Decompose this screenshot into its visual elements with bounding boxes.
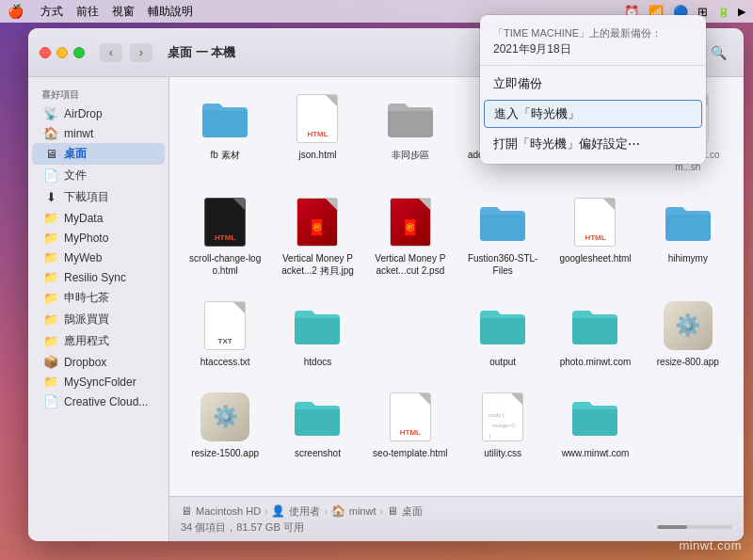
file-item-www[interactable]: www.minwt.com <box>551 387 639 463</box>
sidebar-item-myphoto[interactable]: 📁 MyPhoto <box>32 228 165 248</box>
file-item-htdocs[interactable]: htdocs <box>273 296 361 372</box>
file-item-screenshot[interactable]: screenshot <box>273 387 361 463</box>
menu-item-goto[interactable]: 前往 <box>76 4 99 20</box>
search-button[interactable]: 🔍 <box>705 43 732 62</box>
sidebar-item-minwt[interactable]: 🏠 minwt <box>32 123 165 143</box>
vertical2-img-icon: 🧧 <box>384 196 437 248</box>
watermark: minwt.com <box>679 538 742 552</box>
sidebar-item-myweb[interactable]: 📁 MyWeb <box>32 248 165 267</box>
file-item-vertical1[interactable]: 🧧 Vertical Money Packet...2 拷貝.jpg <box>273 192 361 280</box>
folder-icon: 📁 <box>43 211 58 225</box>
photo-minwt2-label: photo.minwt.com <box>560 356 632 368</box>
sidebar-label-documents: 文件 <box>64 168 87 184</box>
menu-item-help[interactable]: 輔助說明 <box>148 4 193 20</box>
menu-item-way[interactable]: 方式 <box>40 4 63 20</box>
close-button[interactable] <box>40 47 51 58</box>
desktop-icon-bc: 🖥 <box>387 504 398 518</box>
statusbar-info: 34 個項目，81.57 GB 可用 <box>181 520 732 535</box>
file-item-output[interactable]: output <box>458 296 547 372</box>
sidebar-item-dropbox[interactable]: 📦 Dropbox <box>32 352 165 372</box>
file-item-hihimymy[interactable]: hihimymy <box>644 192 732 280</box>
sidebar-item-downloads[interactable]: ⬇ 下載項目 <box>32 186 165 208</box>
file-item-json[interactable]: HTML json.html <box>273 88 361 177</box>
file-item-fustion[interactable]: Fustion360-STL-Files <box>458 192 547 280</box>
breadcrumb: 🖥 Macintosh HD › 👤 使用者 › 🏠 minwt › 🖥 桌面 <box>181 504 732 519</box>
file-item-seo[interactable]: HTML seo-template.html <box>366 387 455 463</box>
back-button[interactable]: ‹ <box>100 43 122 62</box>
photo-minwt2-folder-icon <box>569 299 621 352</box>
sep1: › <box>264 506 267 517</box>
minimize-button[interactable] <box>56 47 68 58</box>
sidebar-item-mysyncfolder[interactable]: 📁 MySyncFolder <box>32 372 165 392</box>
applications-icon: 📁 <box>43 334 58 348</box>
battery-icon[interactable]: 🔋 <box>715 6 732 18</box>
file-item-htaccess[interactable]: TXT htaccess.txt <box>181 296 269 372</box>
folder-icon-photo: 📁 <box>43 231 58 245</box>
fb-label: fb 素材 <box>211 149 240 161</box>
breadcrumb-desktop: 桌面 <box>402 504 423 519</box>
open-prefs-item[interactable]: 打開「時光機」偏好設定⋯ <box>480 130 706 158</box>
sidebar-item-shopping[interactable]: 📁 鵲派買買 <box>32 309 165 330</box>
fb-folder-icon <box>199 92 251 145</box>
output-folder-icon <box>476 299 529 352</box>
maximize-button[interactable] <box>73 47 85 58</box>
desktop-icon: 🖥 <box>43 147 58 161</box>
breadcrumb-minwt: minwt <box>349 505 376 517</box>
www-label: www.minwt.com <box>562 447 630 459</box>
file-item-async[interactable]: 非同步區 <box>366 88 455 177</box>
dropbox-icon: 📦 <box>43 355 58 369</box>
sidebar-section-favorites: 喜好項目 <box>28 85 168 104</box>
sidebar-label-myweb: MyWeb <box>64 251 102 264</box>
backup-now-item[interactable]: 立即備份 <box>480 70 706 98</box>
apple-menu[interactable]: 🍎 <box>8 4 24 19</box>
file-item-resize1500[interactable]: ⚙️ resize-1500.app <box>181 387 269 463</box>
json-label: json.html <box>298 149 336 161</box>
file-item-photo-minwt2[interactable]: photo.minwt.com <box>551 296 639 372</box>
breadcrumb-user: 使用者 <box>289 504 320 519</box>
file-item-googlesheet[interactable]: HTML googlesheet.html <box>551 192 639 280</box>
sidebar-item-desktop[interactable]: 🖥 桌面 <box>32 143 165 165</box>
sidebar-label-airdrop: AirDrop <box>64 107 103 120</box>
user-icon: 👤 <box>271 504 285 518</box>
seo-label: seo-template.html <box>373 447 447 459</box>
htaccess-label: htaccess.txt <box>200 356 250 368</box>
sidebar-item-mydata[interactable]: 📁 MyData <box>32 208 165 228</box>
sidebar-item-applications[interactable]: 📁 應用程式 <box>32 330 165 352</box>
sidebar-item-airdrop[interactable]: 📡 AirDrop <box>32 104 165 123</box>
sidebar-item-creative[interactable]: 📄 Creative Cloud... <box>32 392 165 411</box>
file-item-empty <box>366 296 455 372</box>
downloads-icon: ⬇ <box>43 190 58 204</box>
file-item-scroll[interactable]: HTML scroll-change-logo.html <box>181 192 269 280</box>
resilio-icon: 📁 <box>43 270 58 284</box>
sidebar-item-resilio[interactable]: 📁 Resilio Sync <box>32 267 165 287</box>
resize1500-label: resize-1500.app <box>191 447 259 459</box>
file-item-vertical2[interactable]: 🧧 Vertical Money Packet...cut 2.psd <box>366 192 455 280</box>
time-machine-dropdown: 「TIME MACHINE」上的最新備份： 2021年9月18日 立即備份 進入… <box>480 15 706 164</box>
scroll-html-icon: HTML <box>199 196 251 248</box>
resize1500-app-icon: ⚙️ <box>199 391 251 443</box>
menu-item-window[interactable]: 視窗 <box>112 4 135 20</box>
sidebar-label-mysyncfolder: MySyncFolder <box>64 376 136 389</box>
utility-css-icon: body { margin:0; } <box>476 391 529 443</box>
hihimymy-label: hihimymy <box>668 252 708 264</box>
sidebar-item-shiqicha[interactable]: 📁 申時七茶 <box>32 287 165 309</box>
tm-backup-header: 「TIME MACHINE」上的最新備份： 2021年9月18日 <box>480 21 706 61</box>
vertical1-label: Vertical Money Packet...2 拷貝.jpg <box>280 252 355 277</box>
shiqicha-icon: 📁 <box>43 291 58 305</box>
storage-fill <box>657 525 687 529</box>
enter-tm-item[interactable]: 進入「時光機」 <box>484 100 702 128</box>
airdrop-icon: 📡 <box>43 106 58 120</box>
file-item-resize800[interactable]: ⚙️ resize-800.app <box>644 296 732 372</box>
sidebar-label-shiqicha: 申時七茶 <box>64 290 109 306</box>
async-label: 非同步區 <box>392 149 429 161</box>
utility-label: utility.css <box>484 447 521 459</box>
file-item-fb[interactable]: fb 素材 <box>181 88 269 177</box>
file-item-utility[interactable]: body { margin:0; } utility.css <box>458 387 547 463</box>
forward-button[interactable]: › <box>130 43 152 62</box>
sidebar-label-applications: 應用程式 <box>64 333 109 349</box>
window-title: 桌面 一 本機 <box>168 44 235 61</box>
sidebar-item-documents[interactable]: 📄 文件 <box>32 165 165 186</box>
sidebar-label-downloads: 下載項目 <box>64 189 109 205</box>
output-label: output <box>489 356 516 368</box>
googlesheet-label: googlesheet.html <box>559 252 631 264</box>
